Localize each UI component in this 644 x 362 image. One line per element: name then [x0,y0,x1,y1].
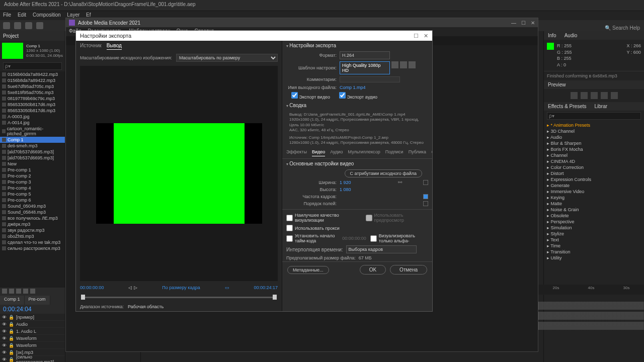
dialog-titlebar[interactable]: Настройки экспорта ☐ ✕ [76,31,432,41]
format-select[interactable]: H.264 [340,51,390,59]
trash-icon[interactable] [30,289,35,294]
output-tab[interactable]: Вывод [107,43,122,50]
alpha-check[interactable] [370,235,377,242]
save-preset-icon[interactable] [391,61,398,68]
asset-item[interactable]: Comp 1 [0,137,65,143]
match-source-button[interactable]: С атрибутами исходного файла [345,169,422,177]
menu-edit[interactable]: Edit [18,12,26,18]
asset-item[interactable]: 0156b60da7a89422.mp3 [0,71,65,77]
fx-category[interactable]: ▸ Expression Controls [546,176,642,183]
first-frame-icon[interactable] [571,92,578,99]
asset-item[interactable]: 08197789b69c79c.mp3 [0,96,65,102]
export-video-check[interactable] [291,92,298,99]
width-match-check[interactable] [423,180,428,185]
tab-video[interactable]: Видео [312,149,325,156]
asset-item[interactable]: Pre-comp 1 [0,167,65,173]
height-input[interactable] [340,187,360,192]
fx-category[interactable]: ▸ Generate [546,183,642,189]
hand-tool-icon[interactable] [25,22,32,29]
prev-icon[interactable]: ◁ [128,285,132,290]
asset-item[interactable]: звук радости.mp3 [0,227,65,233]
timeline-ruler[interactable]: 20s40s30s [538,285,644,295]
new-folder-icon[interactable] [9,289,14,294]
tab-publish[interactable]: Публика [409,149,426,156]
preview-tab[interactable]: Preview [544,80,570,89]
menu-effect[interactable]: Ef [86,12,91,18]
asset-item[interactable]: Sound_05848.mp3 [0,209,65,215]
fx-category[interactable]: ▸ Keying [546,195,642,201]
fx-category[interactable]: ▸ Utility [546,255,642,261]
last-frame-icon[interactable] [611,92,618,99]
tab-captions[interactable]: Подписи [385,149,404,156]
asset-item[interactable]: сделал что-то не tak.mp3 [0,239,65,245]
source-tab[interactable]: Источник [80,43,102,50]
asset-item[interactable]: 5ue67df95ad705c.mp3 [0,83,65,89]
export-audio-check[interactable] [339,92,346,99]
fx-category[interactable]: ▸ Transition [546,249,642,255]
bin-icon[interactable] [2,289,7,294]
timeline-layer-row[interactable]: 👁🔒[сильно расстроился.mp3] [0,356,65,362]
fx-tab[interactable]: Effects & Presets [544,102,591,111]
asset-item[interactable]: oboŽhtti.mp3 [0,233,65,239]
asset-item[interactable]: A-0003.jpg [0,114,65,120]
maximize-icon[interactable]: ☐ [521,20,526,26]
order-match-check[interactable] [423,201,428,206]
timeline-current-time[interactable]: 0:00:24:04 [0,305,65,314]
menu-composition[interactable]: Composition [33,12,61,18]
asset-item[interactable]: Pre-comp 6 [0,197,65,203]
tab-more[interactable]: » [431,149,432,156]
fx-category[interactable]: ▸ Time [546,243,642,249]
new-comp-icon[interactable] [16,289,21,294]
asset-item[interactable]: cartoon_romantic-pitched_girrrrn [0,126,65,137]
menu-layer[interactable]: Layer [67,12,79,18]
fx-category[interactable]: ▸ Boris FX Mocha [546,146,642,152]
summary-section[interactable]: Сводка [282,101,432,110]
timeline-layer-row[interactable]: 👁🔒[пример] [0,314,65,321]
timeline-layer-row[interactable]: 👁🔒Audio [0,321,65,328]
project-tab[interactable]: Project [0,31,65,41]
out-handle[interactable] [273,295,277,300]
asset-item[interactable]: 856533050b817d6.mp3 [0,102,65,108]
ok-button[interactable]: OK [360,265,386,275]
asset-item[interactable]: сильно расстроился.mp3 [0,245,65,251]
asset-item[interactable]: 0156b8da7a89422.mp3 [0,77,65,83]
fx-category[interactable]: ▸ Obsolete [546,213,642,219]
minimize-icon[interactable]: — [511,20,516,26]
link-icon[interactable]: ⚯ [398,179,402,185]
width-input[interactable] [340,180,360,185]
scale-select[interactable]: Масштабировать по размеру [176,54,278,62]
in-handle[interactable] [81,295,85,300]
asset-item[interactable]: Pre-comp 4 [0,185,65,191]
home-icon[interactable] [3,22,10,29]
fit-dropdown[interactable]: По размеру кадра [162,285,200,290]
dialog-close-icon[interactable]: ✕ [424,33,428,39]
tab-precomp[interactable]: Pre-com [25,296,50,305]
time-slider[interactable] [81,294,277,300]
prev-frame-icon[interactable] [581,92,588,99]
next-frame-icon[interactable] [601,92,608,99]
output-filename-link[interactable]: Comp 1.mp4 [340,85,366,90]
project-search-input[interactable] [3,62,62,70]
tab-effects[interactable]: Эффекты [286,149,307,156]
menu-file[interactable]: File [3,12,11,18]
fx-category[interactable]: ▸ Text [546,237,642,243]
proxy-check[interactable] [286,225,293,231]
timeline-layer-row[interactable]: 👁🔒Waveform [0,342,65,349]
metadata-button[interactable]: Метаданные... [287,266,329,274]
asset-item[interactable]: Pre-comp 3 [0,179,65,185]
comments-input[interactable] [340,76,400,82]
selection-tool-icon[interactable] [14,22,21,29]
asset-item[interactable]: 856533050b817d6.mp3 [0,108,65,114]
fx-search-input[interactable] [547,112,641,120]
tab-audio[interactable]: Аудио [330,149,343,156]
aspect-icon[interactable]: ▭ [225,285,229,290]
fx-category[interactable]: ▸ Simulation [546,225,642,231]
audio-tab[interactable]: Audio [560,31,582,40]
asset-item[interactable]: все получилось ЛЕ.mp3 [0,215,65,221]
asset-item[interactable]: Pre-comp 5 [0,191,65,197]
fx-category[interactable]: ▸ 3D Channel [546,128,642,134]
close-icon[interactable]: ✕ [531,20,535,26]
timeline-layer-row[interactable]: 👁🔒1. Audio L [0,328,65,335]
search-help[interactable]: 🔍 Search Help [605,25,640,31]
ame-titlebar[interactable]: Adobe Media Encoder 2021 — ☐ ✕ [66,18,538,27]
